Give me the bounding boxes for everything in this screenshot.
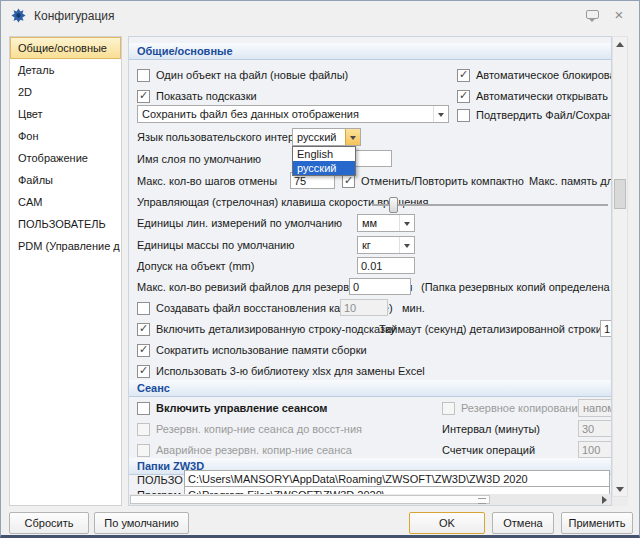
cancel-button[interactable]: Отмена <box>492 512 554 534</box>
sidebar-item-display[interactable]: Отображение <box>10 147 121 169</box>
sidebar-item-2d[interactable]: 2D <box>10 81 121 103</box>
emergency-backup-label: Аварийное резервн. копир-ние сеанса <box>156 444 352 456</box>
backup-revisions-input[interactable] <box>349 278 411 295</box>
backup-before-restore-row: Резервн. копир-ние сеанса до восст-ния <box>137 423 362 436</box>
session-backup-mode-combobox[interactable]: напоми <box>578 399 612 417</box>
reduce-memory-checkbox[interactable] <box>137 344 150 357</box>
session-backup-checkbox[interactable] <box>442 402 455 415</box>
sidebar-item-label: PDM (Управление дан... <box>18 240 121 252</box>
language-option-english[interactable]: English <box>293 147 355 161</box>
section-header-general: Общие/основные <box>129 43 611 60</box>
sidebar-item-part[interactable]: Деталь <box>10 59 121 81</box>
linear-units-label: Единицы лин. измерений по умолчанию <box>137 217 342 229</box>
reset-button[interactable]: Сбросить <box>9 512 89 534</box>
auto-lock-checkbox[interactable] <box>457 69 470 82</box>
layer-name-label: Имя слоя по умолчанию <box>137 153 261 165</box>
vertical-scrollbar-thumb[interactable] <box>614 179 626 209</box>
sidebar-item-label: Отображение <box>18 152 88 164</box>
linear-units-combobox[interactable]: мм <box>357 214 415 232</box>
one-object-checkbox[interactable] <box>137 69 150 82</box>
auto-lock-row: Автоматическое блокирование файло <box>457 69 612 82</box>
op-counter-label: Счетчик операций <box>442 444 535 456</box>
backup-before-restore-checkbox[interactable] <box>137 423 150 436</box>
interval-input[interactable] <box>578 420 612 437</box>
reduce-memory-row: Сократить использование памяти сборки <box>137 344 367 357</box>
chevron-down-icon[interactable] <box>345 129 360 145</box>
max-undo-label: Макс. кол-во шагов отмены <box>137 175 277 187</box>
sidebar-item-label: Файлы <box>18 174 53 186</box>
sidebar-item-pdm[interactable]: PDM (Управление дан... <box>10 235 121 257</box>
titlebar[interactable]: Конфигурация × <box>1 1 639 31</box>
tooltip-timeout-label: Таймаут (секунд) детализированной строки… <box>379 323 612 335</box>
save-file-mode-value: Сохранить файл без данных отображения <box>142 108 359 120</box>
sidebar-item-cam[interactable]: CAM <box>10 191 121 213</box>
vertical-scrollbar[interactable] <box>612 36 628 497</box>
user-folder-input[interactable] <box>184 470 610 487</box>
auto-error-checkbox[interactable] <box>457 90 470 103</box>
sidebar-item-label: Фон <box>18 130 39 142</box>
sidebar-item-user[interactable]: ПОЛЬЗОВАТЕЛЬ <box>10 213 121 235</box>
sidebar-item-label: Общие/основные <box>18 42 107 54</box>
undo-compact-label: Отменить/Повторить компактно <box>361 175 524 187</box>
xlsx-checkbox[interactable] <box>137 365 150 378</box>
session-backup-mode-value: напоми <box>583 402 612 414</box>
language-combobox[interactable]: русский <box>292 128 361 146</box>
help-icon[interactable] <box>585 9 601 23</box>
scroll-right-icon[interactable] <box>597 494 611 505</box>
scroll-up-icon[interactable] <box>613 37 627 51</box>
undo-compact-row: Отменить/Повторить компактно <box>342 175 524 188</box>
sidebar-item-files[interactable]: Файлы <box>10 169 121 191</box>
mass-units-value: кг <box>362 239 371 251</box>
layer-name-input[interactable] <box>354 150 392 167</box>
detailed-tooltip-row: Включить детализированную строку-подсказ… <box>137 323 396 336</box>
recovery-checkbox[interactable] <box>137 302 150 315</box>
show-tips-checkbox[interactable] <box>137 90 150 103</box>
chevron-down-icon[interactable] <box>399 215 414 231</box>
rotation-speed-slider-thumb[interactable] <box>389 197 398 213</box>
confirm-save-checkbox[interactable] <box>457 109 470 122</box>
tooltip-timeout-input[interactable] <box>600 320 612 337</box>
backup-before-restore-label: Резервн. копир-ние сеанса до восст-ния <box>156 423 362 435</box>
recovery-minutes-input[interactable] <box>340 299 388 316</box>
show-tips-label: Показать подсказки <box>156 90 257 102</box>
chevron-down-icon[interactable] <box>433 106 448 122</box>
xlsx-row: Использовать 3-ю библиотеку xlsx для зам… <box>137 365 425 378</box>
backup-note-label: (Папка резервных копий определена на вкл… <box>421 281 612 293</box>
mass-units-combobox[interactable]: кг <box>357 236 415 254</box>
max-memory-label: Макс. память для отм <box>529 175 612 187</box>
sidebar-item-background[interactable]: Фон <box>10 125 121 147</box>
close-icon[interactable]: × <box>611 9 627 23</box>
emergency-backup-row: Аварийное резервн. копир-ние сеанса <box>137 444 352 457</box>
sidebar-item-label: Деталь <box>18 64 54 76</box>
op-counter-input[interactable] <box>578 441 612 458</box>
window-title: Конфигурация <box>34 9 115 23</box>
defaults-button[interactable]: По умолчанию <box>94 512 189 534</box>
tolerance-input[interactable] <box>357 257 415 274</box>
apply-button[interactable]: Применить <box>561 512 633 534</box>
sidebar-item-label: 2D <box>18 86 32 98</box>
horizontal-scrollbar-thumb[interactable] <box>130 495 490 504</box>
horizontal-scrollbar[interactable] <box>129 494 611 505</box>
settings-panel: Общие/основные Один объект на файл (новы… <box>128 36 612 506</box>
detailed-tooltip-checkbox[interactable] <box>137 323 150 336</box>
rotation-key-label: Управляющая (стрелочная) клавиша скорост… <box>137 196 428 208</box>
language-value: русский <box>297 131 336 143</box>
show-tips-row: Показать подсказки <box>137 90 257 103</box>
sidebar-item-label: ПОЛЬЗОВАТЕЛЬ <box>18 218 106 230</box>
rotation-speed-slider-track[interactable] <box>372 204 608 206</box>
section-header-session: Сеанс <box>129 380 611 397</box>
one-object-row: Один объект на файл (новые файлы) <box>137 69 348 82</box>
save-file-mode-combobox[interactable]: Сохранить файл без данных отображения <box>137 105 449 123</box>
auto-error-row: Автоматически открывать окно ошиб <box>457 90 612 103</box>
session-mgmt-checkbox[interactable] <box>137 402 150 415</box>
sidebar-item-color[interactable]: Цвет <box>10 103 121 125</box>
emergency-backup-checkbox[interactable] <box>137 444 150 457</box>
sidebar-item-general[interactable]: Общие/основные <box>10 37 121 59</box>
ok-button[interactable]: OK <box>409 512 485 534</box>
xlsx-label: Использовать 3-ю библиотеку xlsx для зам… <box>156 365 425 377</box>
language-option-russian[interactable]: русский <box>293 161 355 175</box>
chevron-down-icon[interactable] <box>399 237 414 253</box>
scroll-down-icon[interactable] <box>613 482 627 496</box>
footer-actions: OK Отмена Применить <box>409 512 633 534</box>
undo-compact-checkbox[interactable] <box>342 175 355 188</box>
